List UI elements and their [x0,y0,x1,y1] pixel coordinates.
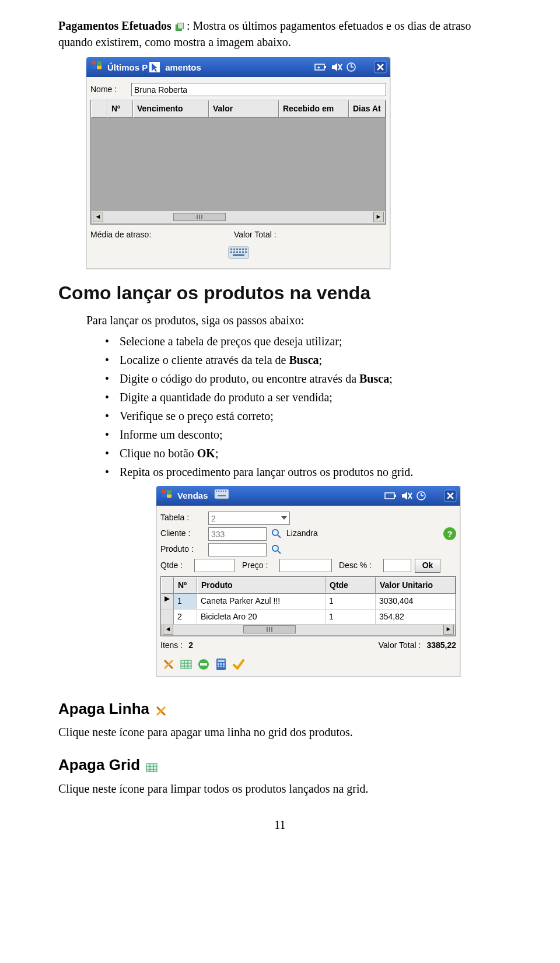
svg-rect-19 [245,248,247,250]
clear-grid-icon[interactable] [179,657,193,671]
list-item: Verifique se o preço está correto; [105,408,502,424]
col-dias[interactable]: Dias At [349,100,386,118]
svg-rect-26 [233,254,244,256]
list-item: Selecione a tabela de preços que deseja … [105,333,502,349]
keyboard-small-icon[interactable] [214,489,229,503]
col-qtde[interactable]: Qtde [326,577,376,594]
svg-rect-59 [218,663,219,665]
window-title-right: amentos [165,61,201,73]
battery-icon[interactable] [384,491,397,500]
svg-rect-67 [146,764,157,772]
search-icon[interactable] [270,543,283,556]
icon-toolbar [160,654,456,671]
check-icon[interactable] [232,657,246,671]
qtde-field[interactable] [194,559,235,572]
titlebar: Últimos P amentos + [86,57,390,77]
calculator-icon[interactable] [214,657,228,671]
svg-rect-23 [239,251,241,253]
col-vencimento[interactable]: Vencimento [133,100,209,118]
volume-icon[interactable] [331,62,342,72]
apaga-linha-text: Clique neste ícone para apagar uma linha… [58,724,502,740]
cliente-name: Lizandra [286,528,440,540]
scroll-right-button[interactable]: ► [443,624,454,635]
scroll-thumb[interactable] [243,625,296,633]
scroll-left-button[interactable]: ◄ [163,624,173,635]
itens-value: 2 [188,640,193,652]
delete-row-icon[interactable] [162,657,176,671]
tabela-dropdown[interactable]: 2 [208,512,290,525]
col-no[interactable]: Nº [174,577,197,594]
svg-rect-31 [223,491,224,492]
col-valor-unit[interactable]: Valor Unitario [376,577,456,594]
svg-rect-30 [220,491,222,492]
list-item: Digite a quantidade do produto a ser ven… [105,389,502,405]
bullets-intro: Para lançar os produtos, siga os passos … [58,312,502,328]
list-item: Clique no botão OK; [105,445,502,461]
intro-paragraph: Pagamentos Efetuados : Mostra os últimos… [58,17,502,50]
scroll-left-button[interactable]: ◄ [93,212,103,222]
table-row[interactable]: ▶ 1 Caneta Parker Azul !!! 1 3030,404 [161,594,456,610]
ok-button[interactable]: Ok [415,559,440,573]
window-title-vendas: Vendas [177,489,208,502]
svg-rect-29 [218,491,219,492]
horizontal-scrollbar[interactable]: ◄ ► [161,623,456,636]
window-title-left: Últimos P [107,61,148,73]
desc-label: Desc % : [339,560,380,572]
list-item: Localize o cliente através da tela de Bu… [105,352,502,368]
volume-icon[interactable] [401,491,412,500]
svg-rect-14 [230,248,232,250]
qtde-label: Qtde : [160,560,191,572]
produto-label: Produto : [160,544,205,555]
desc-field[interactable] [383,559,411,572]
scroll-thumb[interactable] [173,213,226,221]
cliente-code-field[interactable]: 333 [208,527,267,541]
svg-rect-32 [225,491,226,492]
col-produto[interactable]: Produto [197,577,326,594]
search-icon[interactable] [270,527,283,540]
produto-field[interactable] [208,543,267,556]
total-value: 3385,22 [426,640,456,652]
preco-label: Preço : [242,560,276,572]
delete-row-icon [155,705,167,717]
col-recebido[interactable]: Recebido em [279,100,349,118]
scroll-right-button[interactable]: ► [373,212,384,222]
svg-point-44 [272,530,278,535]
col-no[interactable]: Nº [107,100,133,118]
nome-field[interactable]: Bruna Roberta [131,83,386,96]
close-icon[interactable] [374,61,387,73]
svg-rect-28 [216,491,217,492]
titlebar-vendas: Vendas [156,486,460,506]
list-item: Repita os procedimento para lançar outro… [105,464,502,480]
battery-icon[interactable]: + [314,62,327,72]
keyboard-icon[interactable] [228,246,249,262]
svg-rect-60 [220,663,222,665]
intro-lead-bold: Pagamentos Efetuados [58,19,172,32]
windows-flag-icon [90,58,104,76]
minus-icon[interactable] [197,657,211,671]
clock-icon[interactable] [416,491,426,501]
svg-rect-20 [230,251,232,253]
svg-point-46 [272,545,278,551]
window-vendas: Vendas Tabela : 2 Cliente : 333 Lizandra… [156,486,461,677]
list-item: Informe um desconto; [105,426,502,443]
col-valor[interactable]: Valor [209,100,279,118]
svg-rect-61 [223,663,225,665]
tabela-label: Tabela : [160,512,205,524]
heading-apaga-linha: Apaga Linha [58,698,149,719]
table-row[interactable]: 2 Bicicleta Aro 20 1 354,82 [161,610,456,625]
help-icon[interactable]: ? [443,527,456,540]
horizontal-scrollbar[interactable]: ◄ ► [91,211,386,224]
window-ultimos-pagamentos: Últimos P amentos + Nome : Bruna Roberta… [86,57,391,269]
svg-rect-1 [178,23,184,29]
clock-icon[interactable] [346,62,356,72]
svg-rect-21 [233,251,235,253]
total-label: Valor Total : [379,640,421,652]
svg-rect-35 [394,495,396,497]
windows-flag-icon [160,487,174,505]
close-icon[interactable] [444,489,457,502]
svg-rect-22 [236,251,238,253]
svg-line-47 [278,551,281,554]
svg-rect-15 [233,248,235,250]
svg-rect-16 [236,248,238,250]
preco-field[interactable] [279,559,332,572]
